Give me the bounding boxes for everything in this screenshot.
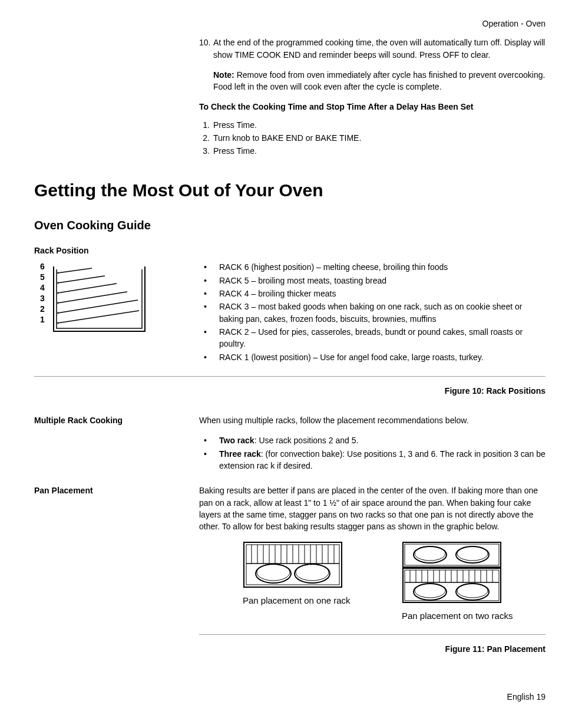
check-heading: To Check the Cooking Time and Stop Time … <box>199 101 546 113</box>
step-number: 10. <box>199 37 213 61</box>
rack-bullet: RACK 6 (highest position) – melting chee… <box>199 261 546 273</box>
rack-diagram-container: 6 5 4 3 2 1 <box>34 261 199 344</box>
header-breadcrumb: Operation - Oven <box>34 18 546 29</box>
two-rack-bullet: Two rack: Use rack positions 2 and 5. <box>199 434 546 446</box>
step-10: 10. At the end of the programmed cooking… <box>199 37 546 61</box>
rack-bullet: RACK 4 – broiling thicker meats <box>199 288 546 299</box>
subsection-heading: Oven Cooking Guide <box>34 217 546 234</box>
figure-11-caption: Figure 11: Pan Placement <box>34 643 546 655</box>
note-label: Note: <box>213 70 234 80</box>
pan-figures-section: Pan placement on one rack <box>199 541 546 635</box>
main-heading: Getting the Most Out of Your Oven <box>34 177 546 203</box>
multiple-rack-intro: When using multiple racks, follow the pl… <box>199 414 546 426</box>
rack-label-1: 1 <box>40 314 45 325</box>
page-footer: English 19 <box>34 691 546 703</box>
note-text: Remove food from oven immediately after … <box>213 70 545 91</box>
rack-bullet: RACK 2 – Used for pies, casseroles, brea… <box>199 326 546 350</box>
rack-label-5: 5 <box>40 272 45 282</box>
step-10-block: 10. At the end of the programmed cooking… <box>199 37 546 93</box>
pan-two-racks-caption: Pan placement on two racks <box>402 610 514 622</box>
pan-one-rack-caption: Pan placement on one rack <box>243 595 355 607</box>
step-text: At the end of the programmed cooking tim… <box>213 37 546 61</box>
check-step: 1.Press Time. <box>199 119 546 131</box>
multiple-rack-section: Multiple Rack Cooking When using multipl… <box>34 414 546 473</box>
three-rack-bullet: Three rack: (for convection bake): Use p… <box>199 448 546 472</box>
check-cooking-time-section: To Check the Cooking Time and Stop Time … <box>199 101 546 157</box>
pan-placement-section: Pan Placement Baking results are better … <box>34 485 546 532</box>
rack-label-2: 2 <box>40 304 45 314</box>
rack-bullet: RACK 5 – broiling most meats, toasting b… <box>199 275 546 286</box>
rack-label-3: 3 <box>40 293 45 304</box>
pan-placement-text: Baking results are better if pans are pl… <box>199 485 546 532</box>
rack-diagram-icon <box>51 263 148 340</box>
rack-position-section: 6 5 4 3 2 1 <box>34 261 546 376</box>
pan-placement-label: Pan Placement <box>34 485 199 496</box>
rack-position-heading: Rack Position <box>34 245 546 256</box>
pan-figure-two-racks: Pan placement on two racks <box>402 541 514 622</box>
step-10-note: Note: Remove food from oven immediately … <box>213 69 546 93</box>
rack-bullet: RACK 1 (lowest position) – Use for angel… <box>199 351 546 363</box>
check-step: 2.Turn knob to BAKE END or BAKE TIME. <box>199 132 546 144</box>
two-racks-diagram-icon <box>402 541 502 604</box>
check-steps-list: 1.Press Time. 2.Turn knob to BAKE END or… <box>199 119 546 157</box>
rack-label-4: 4 <box>40 282 45 293</box>
one-rack-diagram-icon <box>243 541 343 588</box>
figure-10-caption: Figure 10: Rack Positions <box>34 385 546 397</box>
rack-bullet: RACK 3 – most baked goods when baking on… <box>199 301 546 325</box>
rack-descriptions: RACK 6 (highest position) – melting chee… <box>199 261 546 364</box>
pan-figure-one-rack: Pan placement on one rack <box>243 541 355 622</box>
multiple-rack-label: Multiple Rack Cooking <box>34 414 199 426</box>
rack-label-6: 6 <box>40 261 45 272</box>
check-step: 3.Press Time. <box>199 145 546 157</box>
multiple-rack-content: When using multiple racks, follow the pl… <box>199 414 546 473</box>
